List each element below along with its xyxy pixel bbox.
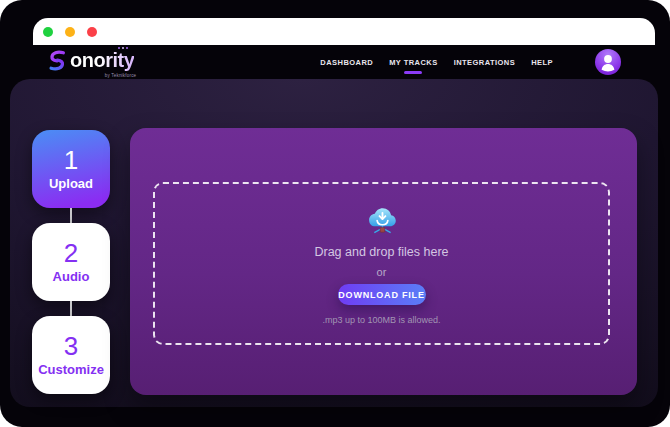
cloud-download-icon xyxy=(362,201,402,243)
step-card-audio[interactable]: 2 Audio xyxy=(32,223,110,301)
nav-link-dashboard[interactable]: DASHBOARD xyxy=(320,54,373,71)
download-file-button[interactable]: DOWNLOAD FILE xyxy=(338,284,426,305)
traffic-light-red-icon[interactable] xyxy=(87,27,97,37)
top-navbar: onority by Teknikforce DASHBOARD MY TRAC… xyxy=(33,45,655,79)
step-card-upload[interactable]: 1 Upload xyxy=(32,130,110,208)
step-label: Upload xyxy=(49,176,93,191)
drag-drop-text: Drag and drop files here xyxy=(314,245,448,259)
nav-link-help[interactable]: HELP xyxy=(531,54,553,71)
step-card-customize[interactable]: 3 Customize xyxy=(32,316,110,394)
nav-link-my-tracks[interactable]: MY TRACKS xyxy=(389,54,438,71)
or-text: or xyxy=(377,266,387,278)
logo-wordmark: onority xyxy=(70,50,134,75)
signal-dots-icon xyxy=(118,47,120,49)
app-body: 1 Upload 2 Audio 3 Customize xyxy=(10,79,658,407)
browser-titlebar xyxy=(33,18,655,45)
step-connector xyxy=(70,208,72,223)
step-number: 1 xyxy=(64,147,78,173)
nav-links: DASHBOARD MY TRACKS INTEGRATIONS HELP xyxy=(320,54,553,71)
nav-link-integrations[interactable]: INTEGRATIONS xyxy=(454,54,516,71)
step-number: 3 xyxy=(64,333,78,359)
logo-tagline: by Teknikforce xyxy=(105,73,136,78)
traffic-light-green-icon[interactable] xyxy=(43,27,53,37)
device-frame: onority by Teknikforce DASHBOARD MY TRAC… xyxy=(0,0,670,427)
steps-sidebar: 1 Upload 2 Audio 3 Customize xyxy=(32,130,110,394)
user-avatar[interactable] xyxy=(595,49,621,75)
step-label: Audio xyxy=(53,269,90,284)
screenshot-stage: onority by Teknikforce DASHBOARD MY TRAC… xyxy=(0,0,670,427)
brand-logo[interactable]: onority by Teknikforce xyxy=(47,48,134,77)
step-number: 2 xyxy=(64,240,78,266)
logo-s-icon xyxy=(47,48,67,77)
file-dropzone[interactable]: Drag and drop files here or DOWNLOAD FIL… xyxy=(153,182,610,345)
traffic-light-yellow-icon[interactable] xyxy=(65,27,75,37)
file-restriction-note: .mp3 up to 100MB is allowed. xyxy=(322,315,440,325)
step-label: Customize xyxy=(38,362,104,377)
step-connector xyxy=(70,301,72,316)
upload-panel: Drag and drop files here or DOWNLOAD FIL… xyxy=(130,128,637,395)
